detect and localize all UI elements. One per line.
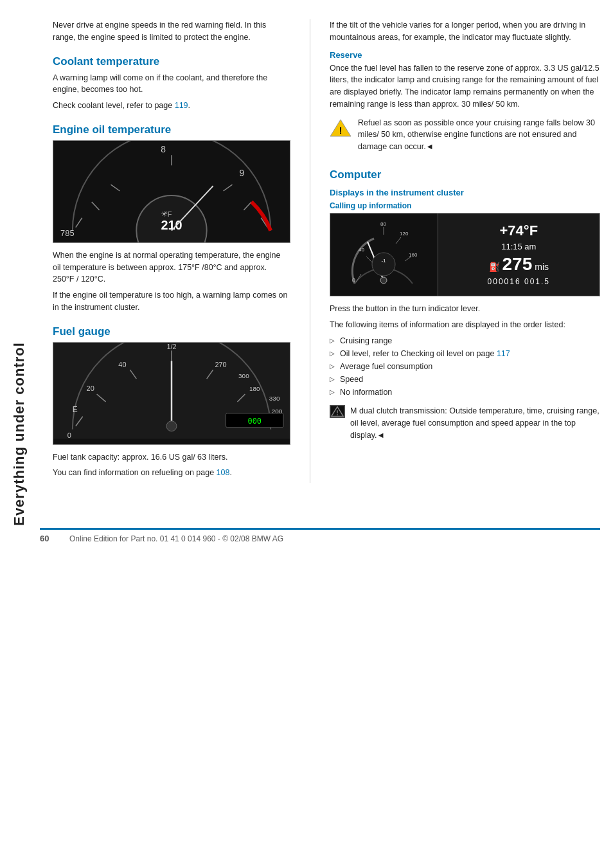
- footer: 60 Online Edition for Part no. 01 41 0 0…: [40, 528, 600, 543]
- svg-text:270: 270: [215, 361, 226, 368]
- button-instruction: Press the button in the turn indicator l…: [330, 303, 600, 315]
- svg-point-34: [166, 420, 177, 431]
- sidebar-label: Everything under control: [11, 342, 28, 526]
- svg-text:330: 330: [269, 394, 280, 401]
- listed-intro: The following items of information are d…: [330, 319, 600, 331]
- svg-text:160: 160: [409, 252, 418, 258]
- fuel-body1: Fuel tank capacity: approx. 16.6 US gal/…: [53, 451, 290, 464]
- reserve-body1: Once the fuel level has fallen to the re…: [330, 62, 600, 111]
- computer-display-image: 0 40 80 120 160 -1 +74°F 11:15 am: [330, 213, 600, 296]
- svg-text:40: 40: [359, 247, 364, 253]
- column-divider: [310, 19, 310, 483]
- svg-text:80: 80: [380, 221, 386, 227]
- mdc-note: M dual clutch transmission: Outside temp…: [330, 405, 600, 445]
- svg-text:-1: -1: [382, 258, 387, 264]
- svg-text:!: !: [339, 125, 342, 136]
- coolant-body2: Check coolant level, refer to page 119.: [53, 100, 290, 112]
- coolant-heading: Coolant temperature: [53, 55, 290, 68]
- fuel-gauge-image: 0 20 40 1/2 270 300 180 330 200 E F 000: [53, 342, 290, 445]
- svg-text:300: 300: [238, 372, 249, 379]
- display-odometer: 000016 001.5: [488, 277, 550, 286]
- svg-text:000: 000: [248, 416, 262, 425]
- svg-point-53: [380, 277, 387, 284]
- right-intro: If the tilt of the vehicle varies for a …: [330, 19, 600, 44]
- list-item-speed: Speed: [330, 373, 600, 386]
- svg-text:20: 20: [87, 384, 94, 392]
- warning-text: Refuel as soon as possible once your cru…: [358, 117, 600, 153]
- list-item-avg-fuel: Average fuel consumption: [330, 360, 600, 373]
- svg-text:0: 0: [352, 277, 355, 284]
- warning-box: ! Refuel as soon as possible once your c…: [330, 117, 600, 157]
- svg-text:☀: ☀: [161, 210, 168, 219]
- oil-temp-heading: Engine oil temperature: [53, 123, 290, 136]
- intro-warning: Never drive at engine speeds in the red …: [53, 19, 290, 44]
- display-speedometer: 0 40 80 120 160 -1: [330, 213, 438, 296]
- right-column: If the tilt of the vehicle varies for a …: [330, 19, 600, 483]
- svg-text:E: E: [73, 404, 78, 413]
- computer-items-list: Cruising range Oil level, refer to Check…: [330, 334, 600, 399]
- mdc-icon: [330, 405, 345, 418]
- svg-point-59: [337, 414, 338, 415]
- oil-temp-gauge-image: 785 8 9 °F 210 ☀: [53, 140, 290, 243]
- svg-text:9: 9: [240, 168, 245, 178]
- fuel-body2: You can find information on refueling on…: [53, 467, 290, 479]
- svg-text:180: 180: [249, 385, 260, 392]
- computer-heading: Computer: [330, 168, 600, 181]
- coolant-page-ref[interactable]: 119: [175, 101, 188, 110]
- list-item-oil: Oil level, refer to Checking oil level o…: [330, 347, 600, 360]
- svg-point-54: [372, 253, 395, 276]
- displays-subheading: Displays in the instrument cluster: [330, 188, 600, 197]
- svg-text:40: 40: [118, 361, 126, 368]
- list-item-no-info: No information: [330, 386, 600, 399]
- coolant-body1: A warning lamp will come on if the coola…: [53, 72, 290, 96]
- display-digital: +74°F 11:15 am ⛽ 275 mis 000016 001.5: [438, 213, 600, 296]
- svg-text:785: 785: [60, 228, 75, 237]
- display-unit: mis: [535, 262, 549, 272]
- list-item-cruising: Cruising range: [330, 334, 600, 347]
- display-speed-row: ⛽ 275 mis: [489, 254, 549, 275]
- sidebar: Everything under control: [0, 0, 39, 868]
- svg-text:8: 8: [161, 144, 166, 154]
- fuel-heading: Fuel gauge: [53, 325, 290, 338]
- oil-temp-body1: When the engine is at normal operating t…: [53, 249, 290, 285]
- fuel-pump-icon: ⛽: [489, 262, 500, 272]
- mdc-text: M dual clutch transmission: Outside temp…: [350, 405, 600, 441]
- warning-icon: !: [330, 118, 351, 140]
- footer-copyright: Online Edition for Part no. 01 41 0 014 …: [69, 534, 283, 543]
- svg-text:0: 0: [67, 431, 71, 439]
- reserve-heading: Reserve: [330, 50, 600, 60]
- display-time: 11:15 am: [501, 242, 536, 251]
- calling-up-subheading: Calling up information: [330, 201, 600, 210]
- svg-text:1/2: 1/2: [166, 343, 176, 350]
- oil-level-page-ref[interactable]: 117: [497, 349, 510, 358]
- fuel-page-ref[interactable]: 108: [217, 468, 230, 477]
- left-column: Never drive at engine speeds in the red …: [53, 19, 290, 483]
- oil-temp-body2: If the engine oil temperature is too hig…: [53, 289, 290, 314]
- page-number: 60: [40, 534, 59, 543]
- display-range: 275: [502, 254, 533, 275]
- svg-text:120: 120: [400, 231, 409, 237]
- display-temperature: +74°F: [500, 222, 538, 239]
